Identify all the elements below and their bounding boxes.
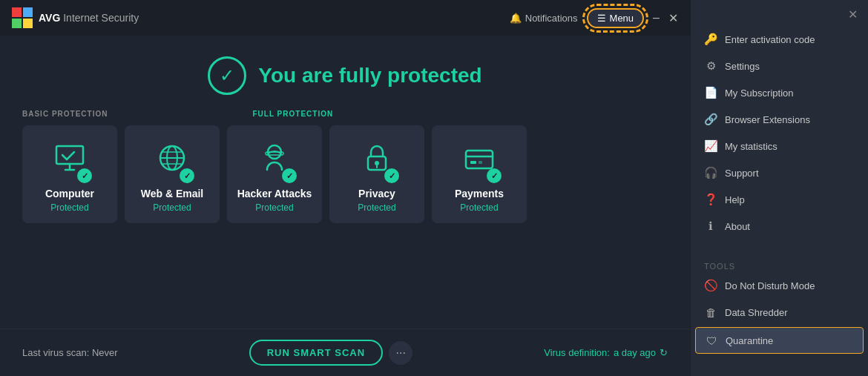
support-item[interactable]: 🎧 Support: [691, 159, 868, 186]
payments-card[interactable]: ✓ Payments Protected: [432, 125, 527, 223]
svg-rect-3: [23, 19, 33, 28]
avg-logo: [12, 7, 33, 28]
chart-icon: 📈: [704, 139, 717, 153]
hacker-attacks-title: Hacker Attacks: [237, 188, 312, 199]
subscription-item[interactable]: 📄 My Subscription: [691, 79, 868, 106]
settings-item[interactable]: ⚙ Settings: [691, 53, 868, 79]
sidebar-close-button[interactable]: ✕: [848, 7, 858, 22]
document-icon: 📄: [704, 86, 717, 99]
menu-button[interactable]: ☰ Menu: [587, 8, 645, 28]
hero-text: You are fully protected: [258, 64, 481, 88]
privacy-status: Protected: [358, 202, 395, 213]
app-title: AVG Internet Security: [39, 12, 139, 24]
header-right: 🔔 Notifications ☰ Menu – ✕: [510, 8, 678, 28]
help-item[interactable]: ❓ Help: [691, 186, 868, 213]
browser-extensions-item[interactable]: 🔗 Browser Extensions: [691, 106, 868, 133]
protection-check-circle: ✓: [208, 56, 246, 95]
header: AVG Internet Security 🔔 Notifications ☰ …: [0, 0, 690, 36]
main-panel: AVG Internet Security 🔔 Notifications ☰ …: [0, 0, 690, 376]
payments-icon-wrap: ✓: [460, 139, 499, 180]
tools-menu: 🚫 Do Not Disturb Mode 🗑 Data Shredder 🛡 …: [691, 272, 868, 361]
sidebar-item-support: 🎧 Support: [691, 159, 868, 186]
headset-icon: 🎧: [704, 166, 717, 179]
about-item[interactable]: ℹ About: [691, 213, 868, 240]
statistics-item[interactable]: 📈 My statistics: [691, 133, 868, 159]
checkmark-icon: ✓: [220, 65, 234, 86]
section-labels: BASIC PROTECTION FULL PROTECTION: [22, 110, 668, 118]
question-icon: ❓: [704, 193, 717, 206]
web-email-icon-wrap: ✓: [153, 139, 191, 180]
virus-definition: Virus definition: a day ago ↻: [544, 347, 668, 358]
dnd-icon: 🚫: [704, 279, 717, 292]
svg-rect-1: [23, 7, 33, 17]
svg-rect-17: [470, 161, 476, 164]
computer-card[interactable]: ✓ Computer Protected: [22, 125, 117, 223]
svg-rect-15: [466, 151, 493, 168]
hacker-icon-wrap: ✓: [255, 139, 294, 180]
last-scan: Last virus scan: Never: [22, 347, 118, 358]
sidebar-item-quarantine: 🛡 Quarantine: [691, 327, 868, 354]
svg-rect-18: [479, 161, 482, 164]
web-email-card[interactable]: ✓ Web & Email Protected: [125, 125, 220, 223]
privacy-card[interactable]: ✓ Privacy Protected: [329, 125, 424, 223]
sidebar-item-subscription: 📄 My Subscription: [691, 79, 868, 106]
hero-section: ✓ You are fully protected: [0, 36, 690, 110]
svg-rect-2: [12, 19, 22, 28]
basic-protection-label: BASIC PROTECTION: [22, 110, 108, 118]
sidebar-item-statistics: 📈 My statistics: [691, 133, 868, 159]
privacy-check: ✓: [384, 168, 399, 183]
cards-row: ✓ Computer Protected ✓ Web & E: [22, 125, 668, 223]
more-options-button[interactable]: ···: [389, 341, 412, 365]
web-email-title: Web & Email: [141, 188, 204, 199]
sidebar-item-about: ℹ About: [691, 213, 868, 240]
hacker-check: ✓: [282, 168, 297, 183]
computer-status: Protected: [50, 202, 88, 213]
activation-item[interactable]: 🔑 Enter activation code: [691, 26, 868, 53]
header-left: AVG Internet Security: [12, 7, 139, 28]
do-not-disturb-item[interactable]: 🚫 Do Not Disturb Mode: [691, 272, 868, 299]
scan-btn-wrap: RUN SMART SCAN ···: [249, 340, 412, 366]
data-shredder-item[interactable]: 🗑 Data Shredder: [691, 299, 868, 326]
computer-check: ✓: [77, 168, 92, 183]
sidebar-item-dnd: 🚫 Do Not Disturb Mode: [691, 272, 868, 299]
close-button[interactable]: ✕: [668, 11, 678, 25]
privacy-icon-wrap: ✓: [358, 139, 396, 180]
sidebar-item-browser-ext: 🔗 Browser Extensions: [691, 106, 868, 133]
payments-status: Protected: [460, 202, 498, 213]
sidebar: ✕ 🔑 Enter activation code ⚙ Settings 📄 M…: [690, 0, 868, 376]
tools-label: Tools: [691, 257, 868, 272]
sidebar-item-activation: 🔑 Enter activation code: [691, 26, 868, 53]
quarantine-item[interactable]: 🛡 Quarantine: [695, 327, 864, 354]
web-email-status: Protected: [153, 202, 191, 213]
svg-rect-0: [12, 7, 22, 17]
protection-area: BASIC PROTECTION FULL PROTECTION ✓ Compu…: [0, 110, 690, 329]
bell-icon: 🔔: [510, 13, 522, 24]
minimize-button[interactable]: –: [653, 11, 660, 24]
footer: Last virus scan: Never RUN SMART SCAN ··…: [0, 329, 690, 376]
sidebar-item-help: ❓ Help: [691, 186, 868, 213]
shield-icon: 🛡: [705, 334, 718, 347]
full-protection-label: FULL PROTECTION: [252, 110, 333, 118]
hacker-attacks-status: Protected: [255, 202, 293, 213]
web-email-check: ✓: [180, 168, 194, 183]
info-icon: ℹ: [704, 220, 717, 233]
privacy-title: Privacy: [358, 188, 395, 199]
hacker-attacks-card[interactable]: ✓ Hacker Attacks Protected: [227, 125, 322, 223]
sidebar-menu: 🔑 Enter activation code ⚙ Settings 📄 My …: [691, 26, 868, 245]
gear-icon: ⚙: [704, 59, 717, 73]
hamburger-icon: ☰: [597, 13, 606, 24]
sidebar-item-settings: ⚙ Settings: [691, 53, 868, 79]
svg-rect-4: [56, 146, 83, 164]
refresh-icon: ↻: [660, 347, 668, 358]
sidebar-item-shredder: 🗑 Data Shredder: [691, 299, 868, 326]
link-icon: 🔗: [704, 113, 717, 126]
key-icon: 🔑: [704, 33, 717, 46]
payments-check: ✓: [487, 168, 502, 183]
computer-title: Computer: [45, 188, 94, 199]
run-smart-scan-button[interactable]: RUN SMART SCAN: [249, 340, 383, 366]
computer-icon-wrap: ✓: [50, 139, 89, 180]
products-label: AVG Products: [691, 373, 868, 376]
sidebar-close-area: ✕: [691, 0, 868, 26]
shredder-icon: 🗑: [704, 306, 717, 319]
notifications-button[interactable]: 🔔 Notifications: [510, 13, 578, 24]
